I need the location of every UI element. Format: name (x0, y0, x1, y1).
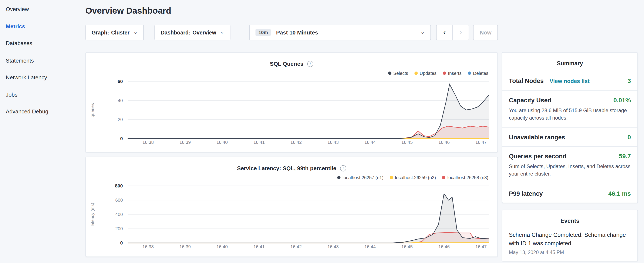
events-card: Events Schema Change Completed: Schema c… (502, 209, 638, 261)
svg-text:20: 20 (118, 117, 123, 122)
legend-dot (390, 176, 393, 179)
graph-dropdown-label: Graph: (92, 29, 109, 36)
svg-text:16:45: 16:45 (402, 140, 413, 145)
sidebar-item-databases[interactable]: Databases (6, 39, 86, 48)
summary-title: Summary (502, 53, 638, 72)
svg-text:800: 800 (115, 183, 123, 188)
sidebar-item-metrics[interactable]: Metrics (6, 22, 86, 31)
svg-text:16:46: 16:46 (438, 244, 450, 249)
sql-queries-chart[interactable]: 16:3816:3916:4016:4116:4216:4316:4416:45… (86, 78, 498, 147)
summary-row-unavailable-ranges: Unavailable ranges 0 (502, 128, 638, 147)
legend-dot (337, 176, 340, 179)
svg-text:16:44: 16:44 (364, 244, 376, 249)
service-latency-panel: Service Latency: SQL, 99th percentile i … (86, 157, 498, 257)
app-root: Overview Metrics Databases Statements Ne… (0, 0, 644, 263)
capacity-used-value: 0.01% (614, 97, 631, 104)
unavailable-ranges-value: 0 (628, 134, 631, 141)
svg-text:16:42: 16:42 (290, 140, 302, 145)
chevron-down-icon: ⌄ (133, 29, 138, 34)
legend-item[interactable]: localhost:26257 (n1) (337, 175, 384, 180)
svg-text:16:38: 16:38 (142, 244, 154, 249)
controls-bar: Graph: Cluster ⌄ Dashboard: Overview ⌄ 1… (86, 25, 638, 40)
svg-text:16:46: 16:46 (438, 140, 450, 145)
summary-row-capacity-used: Capacity Used 0.01% You are using 28.6 M… (502, 91, 638, 128)
p99-latency-label: P99 latency (509, 190, 543, 197)
svg-text:16:41: 16:41 (254, 140, 265, 145)
svg-text:40: 40 (118, 98, 123, 103)
svg-text:latency (ms): latency (ms) (90, 203, 95, 226)
svg-text:16:43: 16:43 (328, 140, 339, 145)
chart-title: SQL Queries i (86, 59, 498, 68)
svg-text:16:38: 16:38 (142, 140, 154, 145)
info-icon[interactable]: i (307, 61, 314, 67)
legend-item[interactable]: localhost:26258 (n3) (442, 175, 488, 180)
dashboard-dropdown-label: Dashboard: (161, 29, 190, 36)
svg-text:16:39: 16:39 (180, 244, 191, 249)
info-icon[interactable]: i (340, 165, 346, 171)
event-list-item[interactable]: Schema Change Completed: Schema change w… (502, 229, 638, 255)
chevron-down-icon: ⌄ (220, 29, 224, 34)
legend-item[interactable]: Updates (414, 71, 436, 76)
dashboard-dropdown[interactable]: Dashboard: Overview ⌄ (154, 25, 230, 40)
legend-dot (443, 72, 446, 75)
svg-text:16:41: 16:41 (254, 244, 265, 249)
now-button[interactable]: Now (473, 25, 498, 40)
svg-text:16:39: 16:39 (180, 140, 191, 145)
sql-queries-panel: SQL Queries i SelectsUpdatesInsertsDelet… (86, 52, 498, 152)
time-range-selector[interactable]: 10m Past 10 Minutes ⌄ (250, 25, 431, 40)
sidebar: Overview Metrics Databases Statements Ne… (0, 0, 86, 263)
time-range-badge: 10m (256, 29, 271, 36)
svg-text:16:40: 16:40 (216, 244, 228, 249)
page-title: Overview Dashboard (86, 6, 638, 16)
svg-text:queries: queries (90, 103, 95, 117)
chevron-down-icon: ⌄ (420, 29, 425, 34)
legend-item[interactable]: Deletes (468, 71, 488, 76)
p99-latency-value: 46.1 ms (608, 190, 631, 197)
time-step-forward-button[interactable]: › (453, 25, 469, 40)
svg-text:0: 0 (120, 240, 123, 245)
unavailable-ranges-label: Unavailable ranges (509, 134, 565, 141)
service-latency-chart[interactable]: 16:3816:3916:4016:4116:4216:4316:4416:45… (86, 183, 498, 252)
dashboard-dropdown-value: Overview (192, 29, 216, 36)
svg-text:16:47: 16:47 (476, 244, 487, 249)
graph-scope-dropdown[interactable]: Graph: Cluster ⌄ (86, 25, 144, 40)
legend-item[interactable]: Selects (388, 71, 408, 76)
content-row: SQL Queries i SelectsUpdatesInsertsDelet… (86, 52, 638, 261)
svg-text:200: 200 (115, 226, 123, 231)
svg-text:16:44: 16:44 (364, 140, 376, 145)
sidebar-item-overview[interactable]: Overview (6, 5, 86, 14)
sidebar-item-network-latency[interactable]: Network Latency (6, 74, 86, 82)
sidebar-item-advanced-debug[interactable]: Advanced Debug (6, 108, 86, 116)
event-timestamp: May 13, 2020 at 4:45 PM (509, 249, 631, 255)
graph-dropdown-value: Cluster (111, 29, 130, 36)
charts-column: SQL Queries i SelectsUpdatesInsertsDelet… (86, 52, 498, 261)
view-nodes-list-link[interactable]: View nodes list (550, 78, 590, 84)
svg-text:16:45: 16:45 (402, 244, 413, 249)
summary-row-p99-latency: P99 latency 46.1 ms (502, 184, 638, 202)
events-title: Events (502, 210, 638, 229)
summary-card: Summary Total Nodes View nodes list 3 (502, 52, 638, 203)
summary-row-total-nodes: Total Nodes View nodes list 3 (502, 72, 638, 91)
queries-per-second-description: Sum of Selects, Updates, Inserts, and De… (509, 163, 631, 178)
svg-text:60: 60 (118, 79, 123, 84)
time-step-back-button[interactable]: ‹ (436, 25, 453, 40)
svg-text:400: 400 (115, 212, 123, 217)
chart-title-text: SQL Queries (270, 61, 304, 67)
svg-text:0: 0 (120, 136, 123, 141)
svg-text:16:42: 16:42 (290, 244, 302, 249)
sidebar-item-jobs[interactable]: Jobs (6, 91, 86, 99)
legend-item[interactable]: localhost:26259 (n2) (390, 175, 436, 180)
capacity-used-description: You are using 28.6 MiB of 515.9 GiB usab… (509, 107, 631, 122)
queries-per-second-value: 59.7 (619, 153, 631, 160)
svg-text:16:40: 16:40 (216, 140, 228, 145)
time-range-value: Past 10 Minutes (276, 29, 318, 36)
sidebar-item-statements[interactable]: Statements (6, 57, 86, 65)
time-step-buttons: ‹ › (436, 25, 469, 40)
total-nodes-label: Total Nodes (509, 77, 544, 84)
chart-legend: SelectsUpdatesInsertsDeletes (86, 68, 498, 78)
chart-legend: localhost:26257 (n1)localhost:26259 (n2)… (86, 173, 498, 182)
svg-text:16:43: 16:43 (328, 244, 339, 249)
side-column: Summary Total Nodes View nodes list 3 (502, 52, 638, 261)
legend-item[interactable]: Inserts (443, 71, 462, 76)
chart-title-text: Service Latency: SQL, 99th percentile (237, 165, 336, 171)
